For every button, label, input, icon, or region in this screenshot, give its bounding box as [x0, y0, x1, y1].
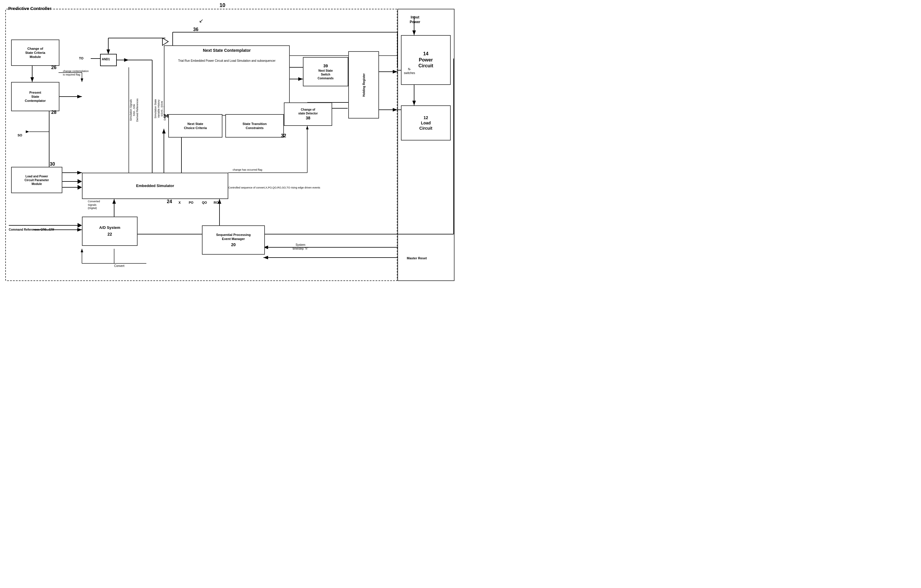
qo-label: QO	[202, 200, 207, 205]
ref-10-arrow: ↙	[199, 18, 203, 24]
change-occurred-label: change has occurred flag	[233, 168, 262, 172]
x-label: X	[179, 200, 181, 205]
change-state-detector-box: Change of state Detector 38	[284, 103, 332, 126]
ad-num: 22	[99, 231, 120, 237]
next-state-switch-box: 39 Next State Switch Commands	[303, 57, 348, 86]
load-circuit-box: 12 Load Circuit	[401, 105, 451, 140]
ref-26: 26	[51, 65, 57, 70]
command-refs-label: Command References CR0...CRf	[9, 228, 54, 231]
power-circuit-label: 14 Power Circuit	[418, 51, 433, 69]
controlled-seq-label: Controlled sequence of convert,X,PO,QO,R…	[228, 186, 320, 190]
next-state-choice-box: Next State Choice Criteria	[168, 114, 223, 138]
ref-28: 28	[51, 110, 57, 115]
load-power-box: Load and Power Circuit Parameter Module	[11, 167, 62, 193]
converted-signals-label: Converted Signals (Digital)	[88, 200, 100, 210]
present-state-box: Present State Contemplator	[11, 82, 59, 111]
sequential-num: 20	[216, 242, 251, 247]
system-timestep-label: System timestep "h"	[293, 243, 308, 251]
ref-24: 24	[167, 199, 172, 204]
power-circuit-box: 14 Power Circuit	[401, 35, 451, 85]
ro-label: RO	[214, 200, 219, 205]
ref-32: 32	[281, 133, 286, 138]
diagram-container: Predictive Controller 10	[0, 0, 460, 294]
next-state-switch-num: 39	[317, 63, 334, 68]
change-flag-label: change contemplation is required flag	[63, 70, 89, 77]
embedded-sim-box: Embedded Simulator	[82, 173, 228, 199]
ad-title: A/D System	[99, 225, 120, 230]
master-reset-label: Master Reset	[407, 256, 427, 260]
to-label: TO	[79, 56, 83, 60]
po-label: PO	[189, 200, 194, 205]
so-label: SO	[18, 133, 22, 137]
state-transition-box: State Transition Constraints	[225, 114, 284, 138]
n-switches-label: N- switches	[404, 67, 415, 75]
next-state-title: Next State Contemplator	[178, 48, 276, 53]
change-state-num: 38	[298, 115, 318, 121]
predictive-controller-label: Predictive Controller	[8, 6, 52, 11]
next-state-sub: Trial Run Embedded Power Circuit and Loa…	[178, 59, 276, 63]
ref-30: 30	[50, 161, 55, 167]
convert-label: Convert	[114, 264, 124, 268]
and1-label: AND1	[102, 57, 110, 61]
change-of-state-box: Change of State Criteria Module	[11, 39, 59, 66]
sequential-box: Sequential Processing Event Manager 20	[202, 225, 265, 255]
ref-10: 10	[220, 2, 225, 8]
ref-36: 36	[193, 27, 199, 32]
sim-signals-label: Simulation Signals SS0...SSk Derived Ref…	[129, 98, 139, 122]
input-power-label: Input Power	[410, 15, 420, 24]
next-state-contemplator-outer: Next State Contemplator Trial Run Embedd…	[164, 46, 290, 116]
holding-register-box: Holding Register	[348, 51, 379, 119]
ad-system-box: A/D System 22	[82, 217, 138, 246]
sequential-title: Sequential Processing Event Manager	[216, 233, 251, 241]
ref-34: 34	[163, 114, 169, 119]
